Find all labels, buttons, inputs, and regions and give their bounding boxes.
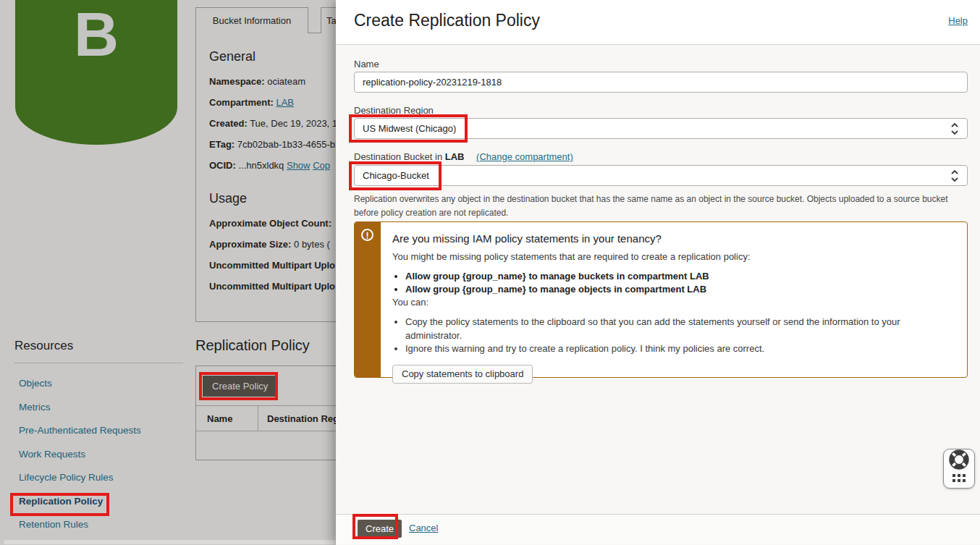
destination-region-label: Destination Region xyxy=(354,105,434,116)
etag-label: ETag: xyxy=(209,139,235,150)
warning-option: Copy the policy statements to the clipbo… xyxy=(405,316,948,342)
sidebar-item-replication-policy[interactable]: Replication Policy xyxy=(19,496,141,520)
destination-bucket-value: Chicago-Bucket xyxy=(363,170,429,181)
multipart-label-2: Uncommitted Multipart Uplo xyxy=(209,281,335,292)
sidebar-item-lifecycle-policy-rules[interactable]: Lifecycle Policy Rules xyxy=(19,472,141,496)
policy-statements-list: Allow group {group_name} to manage bucke… xyxy=(405,270,954,296)
sidebar-item-work-requests[interactable]: Work Requests xyxy=(19,449,141,473)
dialog-header: Create Replication Policy Help xyxy=(336,0,980,45)
tab-bucket-information-label: Bucket Information xyxy=(213,15,291,26)
etag-value: 7cb02bab-1b33-4655-b2 xyxy=(237,139,340,150)
horizontal-scrollbar[interactable] xyxy=(4,540,335,544)
ocid-copy-link[interactable]: Cop xyxy=(313,160,330,171)
compartment-label: Compartment: xyxy=(209,97,274,108)
help-link[interactable]: Help xyxy=(948,15,968,26)
compartment-link[interactable]: LAB xyxy=(276,97,294,108)
create-replication-policy-dialog: Create Replication Policy Help Name Dest… xyxy=(336,0,980,545)
sidebar-item-objects[interactable]: Objects xyxy=(19,378,141,402)
cancel-link[interactable]: Cancel xyxy=(409,523,438,533)
warning-stripe xyxy=(355,222,381,377)
destination-bucket-select[interactable]: Chicago-Bucket xyxy=(354,165,968,186)
namespace-label: Namespace: xyxy=(209,76,265,87)
destination-bucket-label: Destination Bucket in xyxy=(354,151,442,162)
replication-helper-text: Replication overwrites any object in the… xyxy=(354,193,968,220)
destination-region-value: US Midwest (Chicago) xyxy=(363,123,456,134)
drag-dots-icon xyxy=(952,474,966,482)
namespace-value: ociateam xyxy=(267,76,305,87)
approximate-size-value: 0 bytes ( xyxy=(294,239,330,250)
page: B Bucket Information Tag General Namespa… xyxy=(0,0,980,545)
sidebar-item-retention-rules[interactable]: Retention Rules xyxy=(19,519,141,543)
tab-bucket-information[interactable]: Bucket Information xyxy=(195,7,308,33)
policy-table-col-name: Name xyxy=(196,406,258,431)
replication-policy-section-heading: Replication Policy xyxy=(195,337,310,354)
warning-title: Are you missing IAM policy statements in… xyxy=(392,232,954,245)
ocid-value: ...hn5xldkq xyxy=(238,160,284,171)
name-label: Name xyxy=(354,59,379,69)
object-count-label: Approximate Object Count: xyxy=(209,218,331,229)
create-policy-button[interactable]: Create Policy xyxy=(203,376,277,397)
resources-list: Objects Metrics Pre-Authenticated Reques… xyxy=(19,378,141,543)
warning-you-can: You can: xyxy=(392,297,954,308)
policy-statement: Allow group {group_name} to manage bucke… xyxy=(405,270,954,283)
destination-bucket-compartment: LAB xyxy=(445,151,465,162)
ocid-show-link[interactable]: Show xyxy=(287,160,311,171)
life-preserver-icon xyxy=(949,449,969,473)
dialog-title: Create Replication Policy xyxy=(354,11,540,30)
dialog-footer: Create Cancel xyxy=(336,514,980,544)
resources-heading: Resources xyxy=(14,339,73,353)
sidebar-item-metrics[interactable]: Metrics xyxy=(19,402,141,426)
policy-statement: Allow group {group_name} to manage objec… xyxy=(405,283,954,296)
warning-option: Ignore this warning and try to create a … xyxy=(405,342,948,355)
created-value: Tue, Dec 19, 2023, 1 xyxy=(250,118,337,129)
bucket-logo-letter: B xyxy=(74,3,119,65)
created-label: Created: xyxy=(209,118,248,129)
resources-divider xyxy=(14,363,183,363)
bucket-logo: B xyxy=(15,0,177,145)
destination-region-select[interactable]: US Midwest (Chicago) xyxy=(354,118,968,139)
select-updown-icon xyxy=(950,122,959,135)
sidebar-item-pre-authenticated-requests[interactable]: Pre-Authenticated Requests xyxy=(19,425,141,449)
iam-warning-box: ! Are you missing IAM policy statements … xyxy=(354,221,968,378)
ocid-label: OCID: xyxy=(209,160,236,171)
copy-statements-button[interactable]: Copy statements to clipboard xyxy=(392,365,533,384)
support-widget[interactable] xyxy=(943,449,975,489)
multipart-label-1: Uncommitted Multipart Uplo xyxy=(209,260,335,271)
warning-icon: ! xyxy=(361,229,373,241)
select-updown-icon xyxy=(950,169,959,182)
create-button[interactable]: Create xyxy=(358,520,402,538)
warning-content: Are you missing IAM policy statements in… xyxy=(392,222,967,384)
warning-intro: You might be missing policy statements t… xyxy=(392,251,954,262)
warning-options-list: Copy the policy statements to the clipbo… xyxy=(405,316,954,355)
policy-table-col-destination: Destination Reg xyxy=(258,413,339,424)
name-input[interactable] xyxy=(354,72,968,93)
destination-bucket-label-row: Destination Bucket in LAB (Change compar… xyxy=(354,151,573,162)
change-compartment-link[interactable]: (Change compartment) xyxy=(476,151,573,162)
approximate-size-label: Approximate Size: xyxy=(209,239,291,250)
